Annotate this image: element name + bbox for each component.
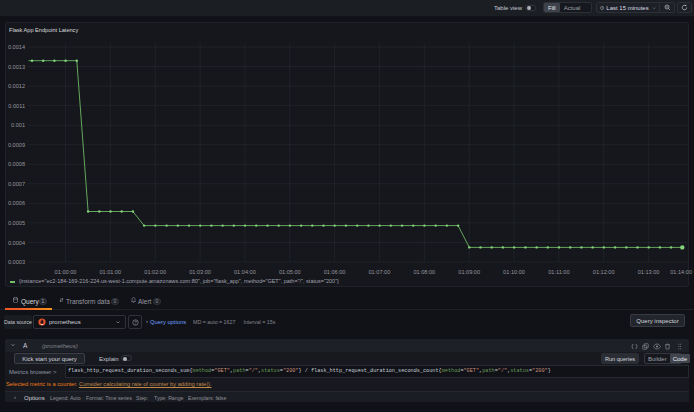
svg-text:01:00:00: 01:00:00 [55,269,77,275]
svg-text:01:08:00: 01:08:00 [413,269,435,275]
svg-text:01:02:00: 01:02:00 [144,269,166,275]
svg-text:0.0003: 0.0003 [8,259,25,265]
svg-text:01:12:00: 01:12:00 [593,269,615,275]
svg-text:01:10:00: 01:10:00 [503,269,525,275]
svg-text:0.0012: 0.0012 [8,83,25,89]
svg-text:01:01:00: 01:01:00 [99,269,121,275]
svg-text:01:06:00: 01:06:00 [324,269,346,275]
svg-text:01:07:00: 01:07:00 [369,269,391,275]
svg-text:01:09:00: 01:09:00 [458,269,480,275]
svg-text:01:11:00: 01:11:00 [548,269,569,275]
svg-text:01:05:00: 01:05:00 [279,269,301,275]
svg-text:01:14:00: 01:14:00 [670,269,692,275]
svg-text:0.001: 0.001 [11,122,25,128]
svg-text:0.0005: 0.0005 [8,220,25,226]
svg-text:0.0011: 0.0011 [8,103,25,109]
svg-text:0.0008: 0.0008 [8,161,25,167]
svg-text:01:13:00: 01:13:00 [638,269,660,275]
svg-text:0.0009: 0.0009 [8,142,25,148]
svg-text:01:03:00: 01:03:00 [189,269,211,275]
svg-text:0.0013: 0.0013 [8,64,25,70]
svg-text:01:04:00: 01:04:00 [234,269,256,275]
svg-text:0.0006: 0.0006 [8,200,25,206]
svg-text:0.0014: 0.0014 [8,44,25,50]
svg-text:0.0007: 0.0007 [8,181,25,187]
svg-text:0.0004: 0.0004 [8,240,25,246]
